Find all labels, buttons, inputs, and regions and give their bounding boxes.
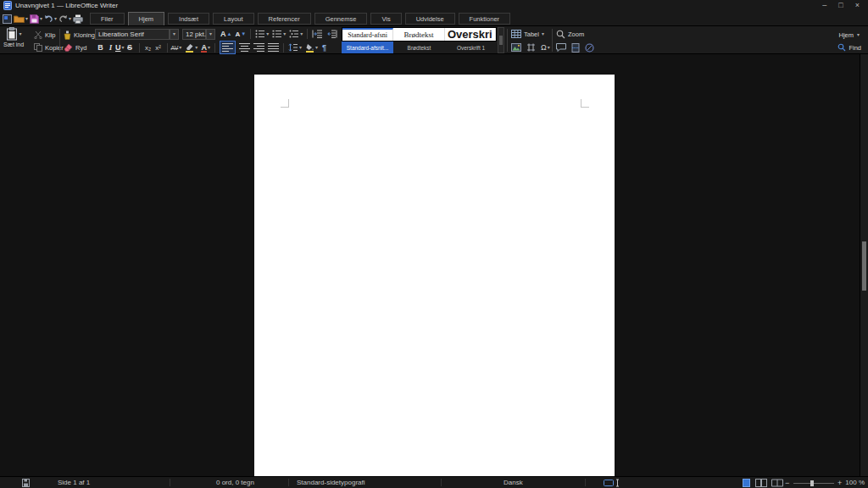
zoom-button[interactable]: Zoom: [556, 28, 584, 40]
formatting-marks-button[interactable]: ¶: [322, 43, 326, 52]
undo-dropdown-icon[interactable]: ▾: [54, 16, 57, 21]
status-bar: Side 1 af 1 0 ord, 0 tegn Standard-sidet…: [0, 476, 868, 488]
style-preview-textbody[interactable]: Brødtekst: [393, 28, 444, 41]
font-name-dropdown[interactable]: ▾: [170, 29, 179, 40]
strikethrough-button[interactable]: S: [125, 43, 136, 52]
subscript-button[interactable]: x₂: [143, 44, 153, 52]
font-size-input[interactable]: 12 pkt.: [182, 29, 206, 40]
minimize-button[interactable]: –: [822, 1, 826, 10]
redo-dropdown-icon[interactable]: ▾: [69, 16, 71, 21]
style-label-heading1[interactable]: Overskrift 1: [445, 42, 497, 53]
insert-comment-button[interactable]: [556, 43, 566, 52]
font-color-button[interactable]: A ▾: [201, 43, 210, 53]
italic-button[interactable]: I: [106, 43, 115, 52]
outline-list-button[interactable]: ▾: [289, 30, 303, 38]
open-button[interactable]: ▾: [14, 14, 28, 23]
save-dropdown-icon[interactable]: ▾: [40, 16, 42, 21]
document-page[interactable]: [254, 75, 615, 476]
save-button[interactable]: ▾: [30, 14, 42, 24]
table-icon: [511, 30, 521, 38]
find-button[interactable]: Find: [837, 42, 861, 53]
page-style[interactable]: Standard-sidetypografi: [297, 479, 365, 487]
decrease-indent-button[interactable]: [326, 30, 337, 38]
bold-button[interactable]: B: [95, 43, 106, 52]
ribbon-tab[interactable]: Funktioner: [459, 13, 510, 25]
zoom-in-button[interactable]: +: [837, 479, 842, 487]
style-preview-heading1[interactable]: Overskri: [445, 28, 496, 41]
document-area[interactable]: [0, 54, 860, 476]
font-name-input[interactable]: Liberation Serif: [95, 29, 170, 40]
paste-button[interactable]: ▾ Sæt ind: [3, 27, 24, 53]
align-justify-button[interactable]: [268, 42, 279, 53]
undo-button[interactable]: ▾: [44, 14, 57, 23]
ribbon-tab[interactable]: Filer: [90, 13, 125, 25]
bullet-list-button[interactable]: ▾: [255, 30, 269, 38]
style-gallery-scrollbar[interactable]: [498, 27, 504, 53]
clone-formatting-label: Kloning: [74, 31, 95, 39]
clear-formatting-button[interactable]: Ryd: [64, 42, 86, 53]
bullet-list-icon: [255, 30, 265, 38]
new-document-button[interactable]: [3, 14, 12, 24]
save-status-icon[interactable]: [22, 479, 30, 487]
underline-button[interactable]: U ▾: [115, 43, 125, 52]
insert-page-break-button[interactable]: [571, 43, 580, 53]
maximize-button[interactable]: □: [838, 1, 843, 10]
style-label-default[interactable]: Standard-afsnit...: [342, 42, 393, 53]
ribbon-tab[interactable]: Hjem: [128, 12, 165, 25]
increase-indent-button[interactable]: [312, 30, 323, 38]
superscript-button[interactable]: x²: [153, 44, 164, 52]
context-menu-button[interactable]: Hjem ▾: [838, 29, 860, 41]
ribbon-tabs: FilerHjemIndsætLayoutReferencerGennemseV…: [90, 12, 510, 25]
single-page-view-icon[interactable]: [743, 479, 750, 487]
zoom-slider-handle[interactable]: [810, 480, 814, 486]
selection-mode-icon[interactable]: [604, 479, 620, 487]
vertical-scrollbar[interactable]: [860, 54, 868, 476]
grow-font-button[interactable]: A▲: [220, 30, 231, 38]
hyperlink-button[interactable]: [585, 43, 594, 53]
style-label-textbody[interactable]: Brødtekst: [393, 42, 445, 53]
close-button[interactable]: ×: [855, 1, 860, 10]
style-preview-default[interactable]: Standard-afsni: [342, 28, 393, 41]
align-center-button[interactable]: [239, 42, 250, 53]
redo-button[interactable]: ▾: [58, 14, 71, 23]
align-right-button[interactable]: [253, 42, 264, 53]
insert-image-button[interactable]: [511, 43, 521, 52]
table-button[interactable]: Tabel ▾: [511, 28, 544, 40]
paragraph-background-button[interactable]: ▾: [305, 43, 318, 53]
cut-button[interactable]: Klip: [34, 29, 56, 41]
paste-dropdown-icon[interactable]: ▾: [19, 31, 22, 36]
insert-field-button[interactable]: [526, 43, 536, 52]
zoom-percentage[interactable]: 100 %: [845, 479, 865, 487]
ribbon-tab[interactable]: Layout: [213, 13, 254, 25]
align-left-button[interactable]: [220, 41, 236, 54]
menu-row: ▾ ▾ ▾ ▾ FilerHjemIndsætLayoutReferencerG…: [0, 11, 868, 25]
paste-label: Sæt ind: [3, 42, 24, 47]
style-gallery-scroll-thumb[interactable]: [499, 36, 503, 45]
book-view-icon[interactable]: [771, 479, 783, 487]
line-spacing-button[interactable]: ▾: [288, 43, 302, 52]
multi-page-view-icon[interactable]: [755, 479, 767, 487]
open-dropdown-icon[interactable]: ▾: [25, 16, 28, 21]
clone-formatting-button[interactable]: Kloning: [64, 29, 95, 41]
font-size-dropdown[interactable]: ▾: [206, 29, 215, 40]
ribbon-tab[interactable]: Udvidelse: [405, 13, 455, 25]
special-character-button[interactable]: Ω ▾: [541, 43, 550, 52]
ribbon-tab[interactable]: Indsæt: [168, 13, 209, 25]
context-menu-label: Hjem: [838, 31, 854, 39]
print-button[interactable]: [73, 14, 83, 24]
text-language[interactable]: Dansk: [504, 479, 523, 487]
ribbon-tab[interactable]: Gennemse: [314, 13, 368, 25]
ribbon-tab[interactable]: Vis: [370, 13, 401, 25]
zoom-slider-track[interactable]: [793, 483, 834, 484]
highlight-color-button[interactable]: ▾: [185, 43, 198, 53]
character-style-button[interactable]: AV ▾: [171, 45, 182, 51]
numbered-list-button[interactable]: ▾: [272, 30, 286, 38]
shrink-font-button[interactable]: A▼: [235, 30, 246, 38]
ribbon-tab[interactable]: Referencer: [258, 13, 311, 25]
scrollbar-thumb[interactable]: [862, 241, 866, 291]
toolbar-divider: [507, 29, 508, 52]
zoom-out-button[interactable]: −: [785, 479, 789, 487]
page-count[interactable]: Side 1 af 1: [58, 479, 90, 487]
notebookbar: ▾ Sæt ind Klip Kopiér Kloning Ryd Libera…: [0, 25, 868, 54]
word-count[interactable]: 0 ord, 0 tegn: [216, 479, 254, 487]
